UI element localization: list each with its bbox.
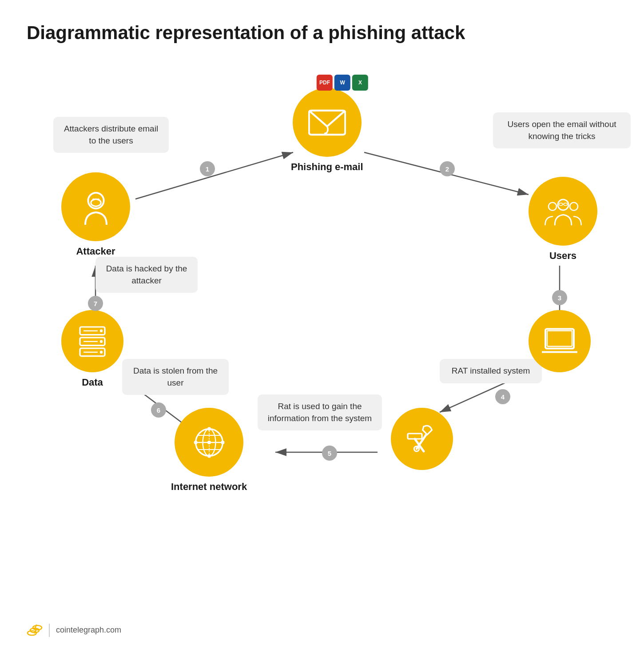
users-icon	[543, 196, 583, 227]
svg-point-37	[194, 441, 197, 444]
step-badge-4: 4	[495, 389, 510, 404]
footer-divider	[49, 624, 50, 637]
svg-line-2	[135, 152, 293, 199]
callout-step2: Users open the email without knowing the…	[493, 112, 631, 148]
svg-point-12	[91, 199, 100, 206]
node-data: Data	[61, 310, 123, 388]
svg-rect-21	[545, 329, 574, 348]
svg-point-45	[100, 330, 103, 332]
svg-point-48	[100, 340, 103, 343]
internet-icon	[191, 425, 227, 460]
node-rat-tools	[391, 408, 453, 470]
svg-rect-18	[559, 203, 563, 205]
step-badge-1: 1	[200, 161, 215, 176]
users-label: Users	[549, 250, 576, 262]
excel-icon: X	[352, 75, 368, 91]
node-users: Users	[529, 177, 597, 262]
diagram-area: 1 2 3 4 5 6 7 Attackers distribute email…	[27, 48, 617, 625]
callout-step6: Data is stolen from the user	[122, 359, 229, 395]
node-internet-network: Internet network	[171, 408, 247, 493]
svg-rect-22	[547, 330, 572, 346]
svg-point-16	[549, 202, 557, 210]
svg-point-13	[92, 198, 95, 200]
page-title: Diagrammatic representation of a phishin…	[27, 22, 617, 44]
footer-icon	[27, 621, 43, 640]
step-badge-2: 2	[440, 161, 455, 176]
internet-network-label: Internet network	[171, 481, 247, 493]
svg-point-10	[324, 132, 327, 135]
svg-point-35	[221, 441, 224, 444]
tools-icon	[404, 421, 440, 457]
footer: cointelegraph.com	[27, 621, 121, 640]
step-badge-7: 7	[88, 296, 103, 311]
callout-step1: Attackers distribute email to the users	[53, 117, 169, 153]
step-badge-6: 6	[151, 402, 166, 418]
callout-step5: Rat is used to gain the information from…	[258, 394, 382, 430]
data-label: Data	[82, 377, 103, 388]
callout-step4: RAT installed system	[440, 359, 542, 383]
footer-site: cointelegraph.com	[56, 625, 121, 635]
svg-point-34	[207, 427, 211, 430]
svg-point-36	[207, 454, 211, 458]
svg-rect-19	[564, 203, 567, 205]
attacker-icon	[78, 189, 114, 225]
node-phishing-email: PDF W X Phishing e-mail	[291, 88, 363, 173]
svg-point-17	[570, 202, 578, 210]
pdf-icon: PDF	[317, 75, 333, 91]
svg-point-51	[100, 351, 103, 354]
svg-point-42	[207, 441, 211, 444]
data-icon	[75, 323, 110, 359]
computer-icon	[542, 327, 577, 356]
phishing-email-label: Phishing e-mail	[291, 161, 363, 173]
node-attacker: Attacker	[61, 172, 130, 257]
node-computer	[529, 310, 591, 372]
step-badge-5: 5	[322, 446, 337, 461]
envelope-icon	[308, 108, 346, 138]
step-badge-3: 3	[552, 290, 567, 305]
svg-point-14	[97, 198, 99, 200]
callout-step7: Data is hacked by the attacker	[95, 257, 198, 293]
word-icon: W	[334, 75, 350, 91]
attacker-label: Attacker	[76, 246, 115, 257]
